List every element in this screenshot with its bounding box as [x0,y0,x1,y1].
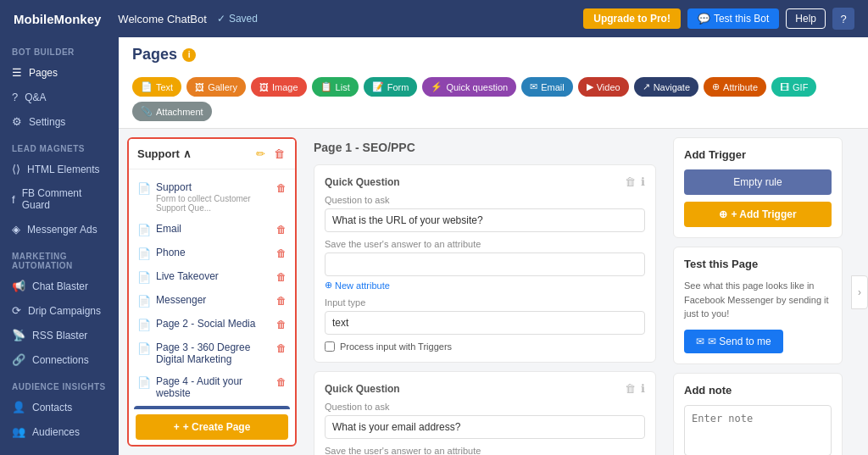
sidebar-item-settings[interactable]: ⚙ Settings [0,109,119,134]
list-item[interactable]: 📄 Page 1 - SEO/PPC ✕ [134,406,290,409]
delete-page-icon[interactable]: 🗑 [276,271,287,283]
page-doc-icon: 📄 [137,247,151,260]
toolbar-attachment-button[interactable]: 📎 Attachment [132,102,212,121]
test-page-title: Test this Page [684,258,832,270]
delete-page-icon[interactable]: 🗑 [276,247,287,259]
info-card-button[interactable]: ℹ [641,175,645,188]
sidebar-item-pages[interactable]: ☰ Pages [0,60,119,85]
message-icon: ✉ [696,336,704,347]
rss-icon: 📡 [12,329,25,341]
toolbar-form-button[interactable]: 📝 Form [364,77,418,97]
lead-magnets-label: LEAD MAGNETS [0,134,119,157]
connections-icon: 🔗 [12,353,25,366]
quick-icon: ⚡ [431,81,442,92]
audience-insights-label: AUDIENCE INSIGHTS [0,372,119,395]
sidebar-collapse-button[interactable]: ◀ [0,451,119,455]
right-panel: Add Trigger Empty rule ⊕ + Add Trigger T… [665,129,851,455]
contacts-icon: 👤 [12,401,25,413]
toolbar-video-button[interactable]: ▶ Video [578,77,629,97]
sidebar-item-messenger-ads[interactable]: ◈ Messenger Ads [0,217,119,241]
test-page-text: See what this page looks like in Faceboo… [684,279,832,321]
sidebar-item-qa[interactable]: ? Q&A [0,85,119,109]
list-item[interactable]: 📄 Page 4 - Audit your website 🗑 [129,370,295,404]
audiences-icon: 👥 [12,425,25,438]
send-to-me-button[interactable]: ✉ ✉ Send to me [684,330,783,353]
list-item[interactable]: 📄 Page 3 - 360 Degree Digital Marketing … [129,336,295,370]
upgrade-button[interactable]: Upgrade to Pro! [583,8,681,29]
delete-page-icon[interactable]: 🗑 [276,224,287,236]
pages-group-name: Support ∧ [137,147,192,160]
toolbar-text-button[interactable]: 📄 Text [132,77,181,97]
sidebar-item-html-elements[interactable]: ⟨⟩ HTML Elements [0,157,119,181]
toolbar-navigate-button[interactable]: ↗ Navigate [634,77,698,97]
add-note-section: Add note [673,373,843,456]
text-icon: 📄 [141,81,153,92]
expand-right-button[interactable]: › [851,275,868,309]
new-attribute-link[interactable]: ⊕ New attribute [325,280,645,291]
toolbar-quick-question-button[interactable]: ⚡ Quick question [422,77,516,97]
input-type-value: text [325,311,645,335]
pages-group-header: Support ∧ ✏ 🗑 [129,139,295,169]
sidebar-item-connections[interactable]: 🔗 Connections [0,347,119,372]
list-item[interactable]: 📄 Phone 🗑 [129,241,295,265]
toolbar-attribute-button[interactable]: ⊕ Attribute [704,77,766,97]
sidebar-item-drip-campaigns[interactable]: ⟳ Drip Campaigns [0,298,119,323]
message-icon: 💬 [698,13,710,25]
sidebar-item-chat-blaster[interactable]: 📢 Chat Blaster [0,274,119,298]
delete-page-icon[interactable]: 🗑 [276,376,287,388]
add-trigger-title: Add Trigger [684,148,832,161]
list-item[interactable]: 📄 Support Form to collect Customer Suppo… [129,176,295,218]
list-item[interactable]: 📄 Page 2 - Social Media 🗑 [129,313,295,336]
page-doc-icon: 📄 [137,295,151,308]
marketing-automation-label: MARKETING AUTOMATION [0,241,119,274]
page-doc-icon: 📄 [137,376,151,389]
add-note-title: Add note [684,384,832,397]
toolbar-image-button[interactable]: 🖼 Image [251,77,307,97]
video-icon: ▶ [587,81,593,92]
delete-group-button[interactable]: 🗑 [272,146,287,162]
test-bot-button[interactable]: 💬 Test this Bot [687,8,779,29]
list-item[interactable]: 📄 Live Takeover 🗑 [129,265,295,289]
toolbar-gallery-button[interactable]: 🖼 Gallery [186,77,246,97]
user-icon-button[interactable]: ? [832,8,854,30]
pages-group-actions: ✏ 🗑 [254,146,287,162]
image-icon: 🖼 [259,82,269,92]
add-trigger-button[interactable]: ⊕ + Add Trigger [684,202,832,227]
sidebar-item-contacts[interactable]: 👤 Contacts [0,395,119,419]
test-page-section: Test this Page See what this page looks … [673,247,843,364]
info-card-button[interactable]: ℹ [641,382,645,395]
delete-page-icon[interactable]: 🗑 [276,319,287,330]
delete-card-button[interactable]: 🗑 [625,382,636,395]
empty-rule-button[interactable]: Empty rule [684,169,832,195]
save-answer-label: Save the user's answer to an attribute [325,446,645,455]
toolbar-email-button[interactable]: ✉ Email [521,77,573,97]
add-note-textarea[interactable] [684,405,832,456]
delete-card-button[interactable]: 🗑 [625,175,636,188]
delete-page-icon[interactable]: 🗑 [276,182,287,194]
edit-group-button[interactable]: ✏ [254,146,267,162]
bot-builder-label: BOT BUILDER [0,37,119,60]
page-content-area: Page 1 - SEO/PPC Quick Question 🗑 ℹ Ques… [305,129,665,455]
attachment-icon: 📎 [141,106,153,117]
question-label: Question to ask [325,195,645,205]
sidebar-item-fb-comment-guard[interactable]: f FB Comment Guard [0,181,119,217]
card-title: Quick Question [325,176,400,188]
process-triggers-checkbox[interactable] [325,341,335,352]
toolbar-list-button[interactable]: 📋 List [312,77,359,97]
help-button[interactable]: Help [786,8,826,29]
save-answer-input[interactable] [325,252,645,276]
sidebar-item-audiences[interactable]: 👥 Audiences [0,419,119,444]
sidebar-item-rss-blaster[interactable]: 📡 RSS Blaster [0,323,119,347]
page-title: Pages [132,46,177,64]
list-item[interactable]: 📄 Email 🗑 [129,218,295,241]
plus-icon: ⊕ [325,280,332,291]
attribute-icon: ⊕ [712,81,720,92]
create-page-button[interactable]: + + Create Page [136,414,288,440]
plus-icon: + [174,421,180,433]
delete-page-icon[interactable]: 🗑 [276,342,287,354]
delete-page-icon[interactable]: 🗑 [276,295,287,307]
list-item[interactable]: 📄 Messenger 🗑 [129,289,295,313]
toolbar-gif-button[interactable]: 🎞 GIF [771,77,816,97]
gif-icon: 🎞 [780,82,789,92]
page-list: 📄 Support Form to collect Customer Suppo… [129,169,295,409]
